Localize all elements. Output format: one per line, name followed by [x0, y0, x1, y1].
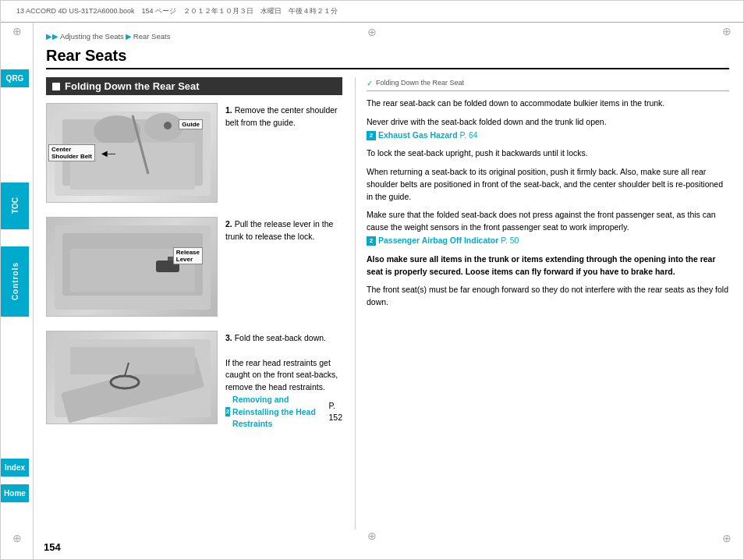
page-number: 154 — [44, 541, 61, 553]
car-svg-2 — [47, 218, 218, 317]
section-heading-icon — [52, 83, 60, 90]
svg-point-3 — [144, 113, 183, 141]
step3-link-text[interactable]: Removing and Reinstalling the Head Restr… — [232, 394, 326, 431]
right-para-1: The rear seat-back can be folded down to… — [367, 97, 729, 110]
top-metadata-bar: 13 ACCORD 4D US-31T2A6000.book 154 ページ ２… — [1, 1, 743, 23]
right-para-4: When returning a seat-back to its origin… — [367, 166, 729, 203]
two-column-layout: Folding Down the Rear Seat — [46, 77, 729, 530]
breadcrumb-arrows: ▶▶ — [46, 32, 58, 41]
sidebar-tab-qrg[interactable]: QRG — [1, 69, 29, 87]
breadcrumb-arrow2: ▶ — [126, 32, 132, 41]
link-icon-2: 2 — [367, 131, 376, 140]
right-para-3: To lock the seat-back upright, push it b… — [367, 147, 729, 160]
left-sidebar: QRG TOC Controls Index Home — [1, 23, 34, 560]
callout-guide: Guide — [179, 119, 203, 129]
right-section-title: ✓ Folding Down the Rear Seat — [367, 77, 729, 91]
step-1-image-area: Guide CenterShoulder Belt ◀— — [46, 103, 218, 209]
sidebar-tab-toc[interactable]: TOC — [1, 183, 29, 229]
right-column: ✓ Folding Down the Rear Seat The rear se… — [355, 77, 729, 530]
car-svg-3 — [47, 331, 218, 425]
car-image-2: ReleaseLever — [46, 217, 218, 317]
sidebar-tab-home[interactable]: Home — [1, 484, 29, 502]
svg-point-6 — [164, 122, 172, 129]
step-3-image-area — [46, 331, 218, 431]
bold-warning: Also make sure all items in the trunk or… — [367, 253, 729, 278]
section-heading-text: Folding Down the Rear Seat — [65, 80, 200, 92]
passenger-airbag-link-text[interactable]: Passenger Airbag Off Indicator — [378, 235, 498, 247]
car-image-3 — [46, 331, 218, 424]
breadcrumb-part2: Rear Seats — [133, 32, 171, 41]
step-2: ReleaseLever 2. Pull the release lever i… — [46, 217, 342, 323]
breadcrumb-part1: Adjusting the Seats — [60, 32, 124, 41]
step-3: 3. Fold the seat-back down. If the rear … — [46, 331, 342, 431]
breadcrumb: ▶▶ Adjusting the Seats ▶ Rear Seats — [46, 32, 729, 41]
step3-link[interactable]: 2 Removing and Reinstalling the Head Res… — [225, 394, 342, 431]
step-2-text: 2. Pull the release lever in the trunk t… — [225, 217, 342, 243]
svg-rect-14 — [70, 347, 195, 374]
exhaust-gas-link-text[interactable]: Exhaust Gas Hazard — [378, 129, 458, 142]
section-heading: Folding Down the Rear Seat — [46, 77, 342, 95]
step-1-text: 1. Remove the center shoulder belt from … — [225, 103, 342, 129]
link-icon-1: 2 — [225, 407, 230, 416]
right-section-check-icon: ✓ — [367, 77, 373, 89]
page-title: Rear Seats — [46, 47, 729, 69]
sidebar-tab-controls[interactable]: Controls — [1, 246, 29, 317]
right-para-6: The front seat(s) must be far enough for… — [367, 284, 729, 309]
sidebar-tab-index[interactable]: Index — [1, 459, 29, 477]
callout-release-lever: ReleaseLever — [173, 247, 203, 264]
shoulder-belt-arrow: ◀— — [101, 149, 115, 158]
left-column: Folding Down the Rear Seat — [46, 77, 342, 530]
right-para-2: Never drive with the seat-back folded do… — [367, 116, 729, 142]
exhaust-gas-link[interactable]: 2 Exhaust Gas Hazard P. 64 — [367, 129, 478, 142]
step-2-image-area: ReleaseLever — [46, 217, 218, 323]
callout-center-shoulder-belt: CenterShoulder Belt — [48, 144, 95, 161]
right-para-5: Make sure that the folded seat-back does… — [367, 209, 729, 246]
passenger-airbag-link[interactable]: 2 Passenger Airbag Off Indicator P. 50 — [367, 235, 519, 247]
metadata-text: 13 ACCORD 4D US-31T2A6000.book 154 ページ ２… — [16, 6, 338, 16]
car-image-1: Guide CenterShoulder Belt ◀— — [46, 103, 218, 203]
step-1: Guide CenterShoulder Belt ◀— 1. Remove — [46, 103, 342, 209]
main-content: ▶▶ Adjusting the Seats ▶ Rear Seats Rear… — [34, 23, 743, 559]
step-3-text: 3. Fold the seat-back down. If the rear … — [225, 331, 342, 431]
link-icon-3: 2 — [367, 236, 376, 246]
